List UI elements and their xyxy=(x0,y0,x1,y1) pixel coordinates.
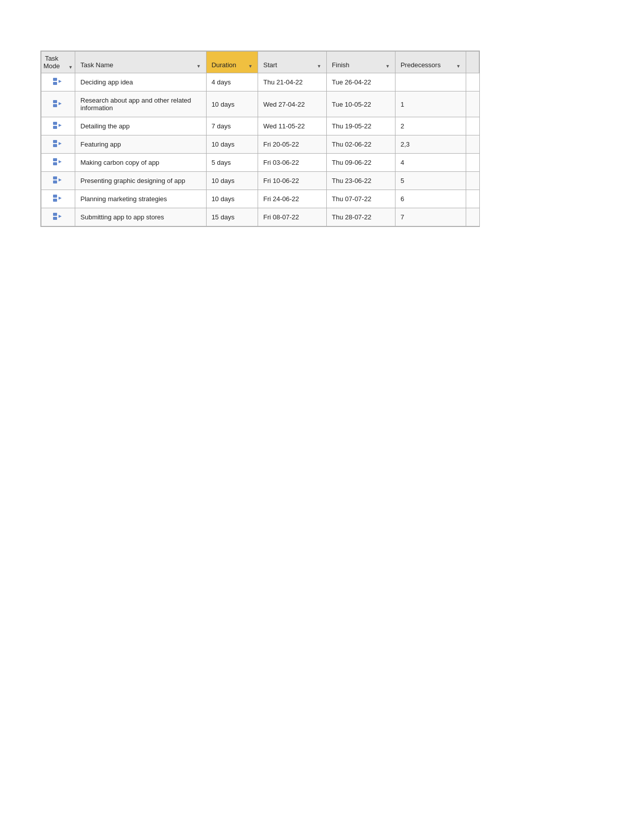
task-mode-icon xyxy=(53,77,64,85)
table-row[interactable]: Research about app and other related inf… xyxy=(41,91,479,117)
svg-rect-10 xyxy=(53,144,57,147)
table-row[interactable]: Detailing the app7 daysWed 11-05-22Thu 1… xyxy=(41,117,479,135)
col-header-duration[interactable]: Duration ▼ xyxy=(206,52,258,73)
task-name-cell[interactable]: Presenting graphic designing of app xyxy=(75,172,206,190)
predecessors-cell[interactable]: 4 xyxy=(395,154,466,172)
duration-cell[interactable]: 10 days xyxy=(206,91,258,117)
extra-cell xyxy=(466,172,479,190)
svg-marker-5 xyxy=(59,102,62,105)
finish-cell[interactable]: Thu 09-06-22 xyxy=(327,154,395,172)
task-mode-icon xyxy=(53,140,64,148)
svg-rect-4 xyxy=(53,104,57,107)
finish-cell[interactable]: Thu 19-05-22 xyxy=(327,117,395,135)
duration-cell[interactable]: 15 days xyxy=(206,208,258,226)
task-mode-icon xyxy=(53,158,64,166)
duration-cell[interactable]: 10 days xyxy=(206,135,258,154)
task-mode-cell xyxy=(41,154,75,172)
extra-cell xyxy=(466,91,479,117)
predecessors-dropdown-arrow[interactable]: ▼ xyxy=(456,64,461,69)
task-mode-icon xyxy=(53,176,64,184)
task-mode-cell xyxy=(41,91,75,117)
predecessors-cell[interactable]: 5 xyxy=(395,172,466,190)
svg-rect-0 xyxy=(53,78,57,81)
table-row[interactable]: Featuring app10 daysFri 20-05-22Thu 02-0… xyxy=(41,135,479,154)
start-cell[interactable]: Wed 27-04-22 xyxy=(258,91,327,117)
finish-cell[interactable]: Thu 02-06-22 xyxy=(327,135,395,154)
svg-rect-6 xyxy=(53,122,57,125)
start-cell[interactable]: Wed 11-05-22 xyxy=(258,117,327,135)
task-name-cell[interactable]: Submitting app to app stores xyxy=(75,208,206,226)
svg-marker-11 xyxy=(59,142,62,145)
start-cell[interactable]: Fri 24-06-22 xyxy=(258,190,327,208)
col-header-task-name[interactable]: Task Name ▼ xyxy=(75,52,206,73)
task-name-dropdown-arrow[interactable]: ▼ xyxy=(196,64,201,69)
task-mode-cell xyxy=(41,208,75,226)
col-header-finish[interactable]: Finish ▼ xyxy=(327,52,395,73)
start-cell[interactable]: Fri 08-07-22 xyxy=(258,208,327,226)
duration-cell[interactable]: 7 days xyxy=(206,117,258,135)
svg-marker-20 xyxy=(59,197,62,200)
duration-cell[interactable]: 4 days xyxy=(206,73,258,91)
svg-marker-17 xyxy=(59,178,62,181)
start-cell[interactable]: Thu 21-04-22 xyxy=(258,73,327,91)
task-mode-icon xyxy=(53,194,64,202)
task-name-cell[interactable]: Research about app and other related inf… xyxy=(75,91,206,117)
svg-rect-18 xyxy=(53,195,57,198)
col-header-extra xyxy=(466,52,479,73)
start-cell[interactable]: Fri 03-06-22 xyxy=(258,154,327,172)
task-mode-cell xyxy=(41,117,75,135)
predecessors-cell[interactable]: 2,3 xyxy=(395,135,466,154)
duration-cell[interactable]: 10 days xyxy=(206,190,258,208)
task-name-cell[interactable]: Detailing the app xyxy=(75,117,206,135)
predecessors-cell[interactable]: 1 xyxy=(395,91,466,117)
table-row[interactable]: Making carbon copy of app5 daysFri 03-06… xyxy=(41,154,479,172)
extra-cell xyxy=(466,135,479,154)
svg-marker-2 xyxy=(59,80,62,83)
gantt-table: TaskMode ▼ Task Name ▼ Duration ▼ xyxy=(41,51,479,226)
svg-rect-22 xyxy=(53,217,57,220)
table-body: Deciding app idea4 daysThu 21-04-22Tue 2… xyxy=(41,73,479,226)
start-cell[interactable]: Fri 20-05-22 xyxy=(258,135,327,154)
predecessors-cell[interactable] xyxy=(395,73,466,91)
table-row[interactable]: Planning marketing strategies10 daysFri … xyxy=(41,190,479,208)
table-row[interactable]: Presenting graphic designing of app10 da… xyxy=(41,172,479,190)
duration-cell[interactable]: 5 days xyxy=(206,154,258,172)
duration-cell[interactable]: 10 days xyxy=(206,172,258,190)
start-cell[interactable]: Fri 10-06-22 xyxy=(258,172,327,190)
predecessors-cell[interactable]: 7 xyxy=(395,208,466,226)
task-mode-cell xyxy=(41,135,75,154)
col-header-start[interactable]: Start ▼ xyxy=(258,52,327,73)
predecessors-cell[interactable]: 2 xyxy=(395,117,466,135)
finish-cell[interactable]: Tue 26-04-22 xyxy=(327,73,395,91)
duration-dropdown-arrow[interactable]: ▼ xyxy=(248,64,253,69)
svg-rect-1 xyxy=(53,82,57,85)
col-header-task-mode[interactable]: TaskMode ▼ xyxy=(41,52,75,73)
table-header-row: TaskMode ▼ Task Name ▼ Duration ▼ xyxy=(41,52,479,73)
task-name-cell[interactable]: Deciding app idea xyxy=(75,73,206,91)
task-mode-icon xyxy=(53,100,64,108)
task-mode-dropdown-arrow[interactable]: ▼ xyxy=(68,65,73,70)
finish-dropdown-arrow[interactable]: ▼ xyxy=(385,64,390,69)
table-row[interactable]: Deciding app idea4 daysThu 21-04-22Tue 2… xyxy=(41,73,479,91)
task-name-cell[interactable]: Planning marketing strategies xyxy=(75,190,206,208)
task-name-cell[interactable]: Featuring app xyxy=(75,135,206,154)
table-row[interactable]: Submitting app to app stores15 daysFri 0… xyxy=(41,208,479,226)
task-name-cell[interactable]: Making carbon copy of app xyxy=(75,154,206,172)
extra-cell xyxy=(466,190,479,208)
finish-cell[interactable]: Thu 28-07-22 xyxy=(327,208,395,226)
task-mode-cell xyxy=(41,190,75,208)
extra-cell xyxy=(466,154,479,172)
finish-cell[interactable]: Tue 10-05-22 xyxy=(327,91,395,117)
svg-rect-21 xyxy=(53,213,57,216)
task-mode-cell xyxy=(41,172,75,190)
svg-marker-8 xyxy=(59,124,62,127)
task-mode-icon xyxy=(53,121,64,129)
col-header-predecessors[interactable]: Predecessors ▼ xyxy=(395,52,466,73)
svg-rect-19 xyxy=(53,199,57,202)
extra-cell xyxy=(466,208,479,226)
start-dropdown-arrow[interactable]: ▼ xyxy=(317,64,321,69)
finish-cell[interactable]: Thu 07-07-22 xyxy=(327,190,395,208)
gantt-table-container: TaskMode ▼ Task Name ▼ Duration ▼ xyxy=(40,51,480,227)
finish-cell[interactable]: Thu 23-06-22 xyxy=(327,172,395,190)
predecessors-cell[interactable]: 6 xyxy=(395,190,466,208)
